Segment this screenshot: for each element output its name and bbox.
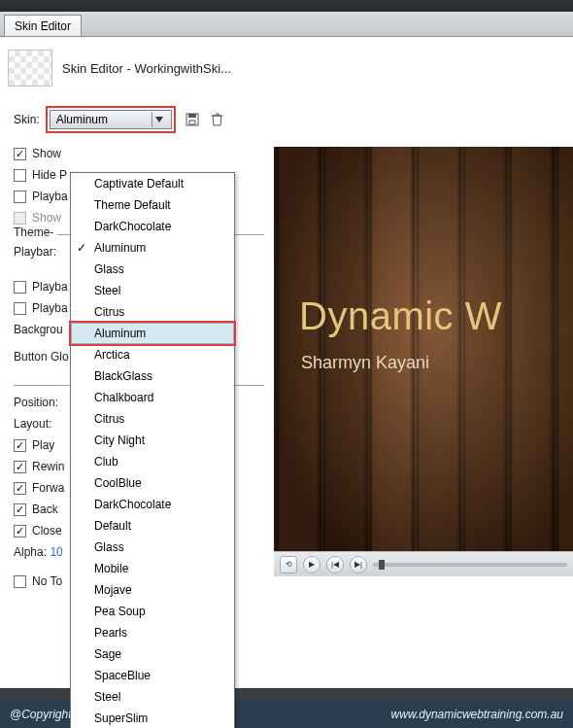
checkbox-rewin[interactable] [14,461,26,473]
back-button[interactable]: |◀ [326,556,344,573]
checkbox-playba2[interactable] [14,281,26,294]
slide-title: Dynamic W [299,295,502,338]
dropdown-item[interactable]: Captivate Default [71,173,234,194]
svg-rect-2 [189,121,195,124]
checkbox-noto[interactable] [14,575,26,588]
dropdown-item-label: Club [94,455,118,468]
dropdown-item-label: Pearls [94,626,127,640]
trash-icon[interactable] [209,111,226,128]
dropdown-item[interactable]: DarkChocolate [71,216,234,237]
dropdown-item[interactable]: Default [71,515,234,537]
dropdown-item[interactable]: Glass [71,259,234,280]
dropdown-item-label: Pea Soup [94,605,146,618]
dropdown-item-label: Mojave [94,583,132,597]
save-icon[interactable] [184,111,201,128]
dropdown-item[interactable]: Aluminum [71,323,234,344]
checkbox-forwa[interactable] [14,482,26,495]
preview-pane: Dynamic W Sharmyn Kayani ⟲ ▶ |◀ ▶| [264,137,573,586]
panel-content: Skin Editor - WorkingwithSki... Skin: Al… [0,37,573,688]
footer-right: www.dynamicwebtraining.com.au [391,708,563,721]
dropdown-item-label: DarkChocolate [94,220,171,233]
checkbox-back[interactable] [14,503,26,516]
lbl-alpha: Alpha: [14,545,47,559]
dropdown-item[interactable]: Steel [71,686,234,708]
rewind-button[interactable]: ⟲ [280,556,297,573]
chevron-down-icon [152,112,167,127]
checkbox-playba[interactable] [14,191,26,203]
checkbox-hidep[interactable] [14,169,26,182]
checkbox-play[interactable] [14,439,26,452]
skin-dropdown-list[interactable]: Captivate DefaultTheme DefaultDarkChocol… [70,172,235,728]
skin-label: Skin: [14,113,40,126]
dropdown-item[interactable]: Glass [71,537,234,558]
alpha-value[interactable]: 10 [50,545,62,559]
opt-back: Back [32,503,58,516]
dropdown-item-label: City Night [94,433,145,447]
opt-showg: Show [32,211,61,225]
dropdown-item-label: Glass [94,540,124,554]
playbar: ⟲ ▶ |◀ ▶| [274,551,573,576]
dropdown-item-label: Mobile [94,562,128,575]
opt-forwa: Forwa [32,481,64,495]
skin-selected-value: Aluminum [56,113,108,126]
dropdown-item-label: Aluminum [94,241,146,255]
play-button[interactable]: ▶ [303,556,320,573]
opt-rewin: Rewin [32,460,64,473]
dropdown-item[interactable]: City Night [71,430,234,451]
dropdown-item[interactable]: Sage [71,643,234,665]
dropdown-item[interactable]: SpaceBlue [71,665,234,686]
dropdown-item-label: Steel [94,284,120,297]
panel-title: Skin Editor - WorkingwithSki... [62,61,231,76]
opt-playba: Playba [32,190,68,203]
dropdown-item[interactable]: CoolBlue [71,472,234,494]
tab-label: Skin Editor [15,19,71,33]
dropdown-item[interactable]: Steel [71,280,234,301]
dropdown-item[interactable]: DarkChocolate [71,494,234,515]
opt-playba3: Playba [32,301,68,315]
dropdown-item[interactable]: Mojave [71,579,234,601]
skin-combo-highlight: Aluminum [46,106,176,133]
progress-track[interactable] [373,563,567,567]
checkbox-close[interactable] [14,525,26,537]
dropdown-item-label: Aluminum [94,327,146,340]
dropdown-item[interactable]: Citrus [71,301,234,323]
dropdown-item-label: Sage [94,647,121,661]
dropdown-item[interactable]: Pea Soup [71,601,234,622]
dropdown-item[interactable]: ✓Aluminum [71,237,234,259]
opt-hidep: Hide P [32,168,67,182]
dropdown-item[interactable]: Pearls [71,622,234,643]
dropdown-item[interactable]: Arctica [71,344,234,365]
opt-show: Show [32,147,61,160]
dropdown-item-label: Citrus [94,412,124,426]
svg-rect-1 [188,114,196,118]
dropdown-item[interactable]: Chalkboard [71,387,234,408]
dropdown-item[interactable]: Club [71,451,234,472]
dropdown-item-label: Steel [94,690,120,704]
dropdown-item[interactable]: BlackGlass [71,365,234,387]
dropdown-item-label: Chalkboard [94,391,153,404]
dropdown-item[interactable]: Theme Default [71,194,234,216]
dropdown-item[interactable]: Mobile [71,558,234,579]
dropdown-item-label: Glass [94,262,124,276]
dropdown-item-label: SpaceBlue [94,669,151,682]
progress-handle[interactable] [379,560,385,570]
dropdown-item-label: CoolBlue [94,476,142,490]
dropdown-item[interactable]: SuperSlim [71,708,234,728]
theme-legend: Theme- [14,225,57,239]
forward-button[interactable]: ▶| [350,556,367,573]
dropdown-item-label: SuperSlim [94,711,148,725]
checkbox-show[interactable] [14,148,26,160]
check-icon: ✓ [77,241,86,255]
skin-combobox[interactable]: Aluminum [50,110,172,129]
tab-skin-editor[interactable]: Skin Editor [4,15,82,36]
opt-playba2: Playba [32,280,68,294]
opt-close: Close [32,524,62,537]
opt-play: Play [32,438,54,452]
window-titlebar [0,0,573,12]
dropdown-item[interactable]: Citrus [71,408,234,430]
tab-strip: Skin Editor [0,12,573,37]
dropdown-item-label: DarkChocolate [94,498,171,511]
checkbox-playba3[interactable] [14,302,26,315]
dropdown-item-label: Arctica [94,348,130,362]
footer-left: @Copyright: [10,708,75,721]
